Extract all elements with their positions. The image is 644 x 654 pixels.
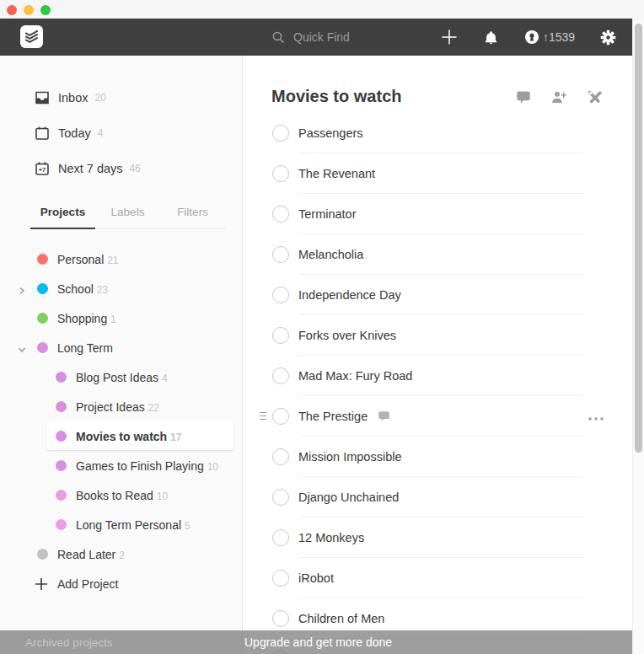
project-count: 1 [110,314,116,325]
sidebar-project-item[interactable]: Shopping 1 [0,303,242,333]
task-checkbox[interactable] [272,287,289,303]
upgrade-link[interactable]: Upgrade and get more done [244,635,392,649]
project-name: Blog Post Ideas [76,371,158,384]
settings-gear-icon[interactable] [600,19,616,56]
task-checkbox[interactable] [272,610,289,627]
project-name: Personal [57,253,104,266]
sidebar-item-next-7-days[interactable]: +7 Next 7 days 46 [0,151,242,186]
task-title[interactable]: Passengers [298,126,363,140]
chevron-down-icon[interactable] [17,284,27,294]
sidebar-project-item[interactable]: School 23 [0,274,242,303]
sidebar-project-item[interactable]: Personal 21 [0,244,242,274]
sidebar-project-item[interactable]: Project Ideas 22 [0,392,242,421]
project-name: Long Term [57,341,113,355]
sidebar-nav: Inbox 20 Today 4 +7 Next 7 days [0,56,242,186]
task-row: Terminator [244,194,632,234]
task-row: iRobot [244,558,632,598]
sidebar-project-item[interactable]: Long Term Personal 5 [0,510,242,539]
zoom-window-button[interactable] [40,5,51,15]
project-count: 23 [97,284,108,296]
today-count: 4 [98,127,104,139]
karma-score[interactable]: ↑1539 [524,19,575,56]
task-more-icon[interactable] [588,409,604,424]
inbox-count: 20 [94,92,105,104]
share-person-add-icon[interactable] [551,90,567,105]
tab-projects[interactable]: Projects [30,206,95,229]
project-color-dot [37,549,48,560]
project-comments-icon[interactable] [516,90,531,105]
task-title[interactable]: Melancholia [298,248,363,261]
task-checkbox[interactable] [272,448,289,465]
bottom-banner: Archived projects Upgrade and get more d… [0,630,632,654]
task-title[interactable]: Children of Men [298,612,384,625]
task-checkbox[interactable] [272,408,289,425]
macos-titlebar [0,0,644,19]
task-title[interactable]: iRobot [298,571,334,585]
project-count: 22 [148,402,159,414]
add-project-button[interactable]: Add Project [0,569,242,599]
project-color-dot [37,254,48,265]
task-checkbox[interactable] [272,489,289,506]
task-checkbox[interactable] [272,367,289,384]
tab-labels[interactable]: Labels [95,206,160,228]
scrollbar-track[interactable] [632,19,644,654]
task-title[interactable]: The Revenant [298,167,375,180]
project-color-dot [56,431,67,442]
sidebar-project-item[interactable]: Movies to watch 17 [0,421,242,451]
quick-find-search[interactable]: Quick Find [271,19,350,56]
notifications-bell-icon[interactable] [484,19,498,56]
task-title[interactable]: Mission Impossible [298,450,402,464]
project-color-dot [56,401,67,412]
sidebar: Inbox 20 Today 4 +7 Next 7 days [0,56,243,654]
drag-handle-icon[interactable] [260,412,266,422]
task-checkbox[interactable] [272,529,289,546]
project-count: 17 [170,432,181,443]
task-checkbox[interactable] [272,165,289,182]
add-task-button[interactable] [441,19,458,56]
project-color-dot [37,283,48,294]
chevron-down-icon[interactable] [17,343,27,353]
task-row: Forks over Knives [244,315,632,356]
tab-filters[interactable]: Filters [160,206,225,228]
inbox-icon [34,89,51,106]
sidebar-project-item[interactable]: Read Later 2 [0,539,242,569]
karma-icon [524,29,539,45]
sidebar-project-item[interactable]: Games to Finish Playing 10 [0,451,242,480]
sidebar-project-item[interactable]: Books to Read 10 [0,480,242,510]
task-checkbox[interactable] [272,570,289,587]
close-window-button[interactable] [7,5,17,15]
task-title[interactable]: 12 Monkeys [298,531,364,544]
task-title[interactable]: The Prestige [298,410,368,423]
sidebar-item-inbox[interactable]: Inbox 20 [0,80,242,115]
task-row: 12 Monkeys [244,517,632,558]
project-tools-icon[interactable] [588,90,602,105]
task-title[interactable]: Independence Day [298,288,401,302]
scrollbar-thumb[interactable] [635,24,642,453]
task-checkbox[interactable] [272,327,289,344]
page-title: Movies to watch [271,87,401,106]
sidebar-project-item[interactable]: Long Term [0,333,242,362]
minimize-window-button[interactable] [24,5,34,15]
calendar-today-icon [34,125,51,142]
project-name: Movies to watch [76,430,167,443]
sidebar-project-item[interactable]: Blog Post Ideas 4 [0,362,242,392]
project-count: 4 [162,373,168,384]
task-comment-icon[interactable] [378,410,390,422]
archived-projects-link[interactable]: Archived projects [25,636,113,649]
project-count: 10 [207,461,218,473]
task-checkbox[interactable] [272,246,289,263]
task-title[interactable]: Django Unchained [298,490,399,504]
project-count: 10 [157,490,168,502]
project-name: Project Ideas [76,400,145,414]
sidebar-item-today[interactable]: Today 4 [0,115,242,151]
task-title[interactable]: Terminator [298,207,357,221]
task-title[interactable]: Forks over Knives [298,329,396,342]
project-color-dot [56,460,67,471]
project-count: 2 [119,549,125,561]
project-name: Long Term Personal [76,518,181,532]
task-row: Mad Max: Fury Road [244,356,632,396]
task-checkbox[interactable] [272,206,289,222]
task-title[interactable]: Mad Max: Fury Road [298,369,412,383]
project-color-dot [56,490,67,501]
task-checkbox[interactable] [272,125,289,142]
